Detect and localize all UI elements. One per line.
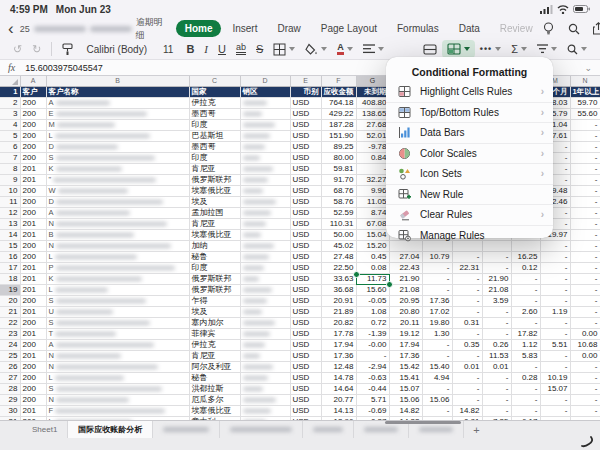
bold-button[interactable]: B <box>181 40 199 58</box>
header-cell[interactable]: 币别 <box>290 87 321 98</box>
cell[interactable]: - <box>482 406 511 417</box>
cell[interactable]: 21.90 <box>389 274 422 285</box>
cell[interactable]: 0.00 <box>570 329 600 340</box>
cell[interactable]: - <box>482 373 511 384</box>
cell[interactable]: 俄罗斯联邦 <box>189 175 240 186</box>
cell[interactable]: - <box>540 274 570 285</box>
cell[interactable]: USD <box>290 219 321 230</box>
cell[interactable]: - <box>540 318 570 329</box>
cell[interactable] <box>240 263 290 274</box>
cell[interactable]: 埃塞俄比亚 <box>189 186 240 197</box>
cell[interactable] <box>240 208 290 219</box>
back-button[interactable]: ‹ <box>8 20 14 38</box>
select-all-corner[interactable] <box>0 76 20 87</box>
cell[interactable]: 21.89 <box>321 307 356 318</box>
cell[interactable]: USD <box>290 373 321 384</box>
cell[interactable]: 200 <box>20 252 46 263</box>
cell[interactable]: 17.94 <box>389 340 422 351</box>
cell[interactable]: S <box>46 296 189 307</box>
row-number[interactable]: 25 <box>0 351 20 362</box>
cell[interactable]: U <box>46 307 189 318</box>
cell[interactable]: A <box>46 98 189 109</box>
cell[interactable]: USD <box>290 153 321 164</box>
cell[interactable]: - <box>570 384 600 395</box>
cell[interactable]: 201 <box>20 329 46 340</box>
menu-item-new-rule[interactable]: New Rule <box>386 184 553 205</box>
cell[interactable]: - <box>540 406 570 417</box>
cell[interactable]: N <box>46 362 189 373</box>
row-number[interactable]: 7 <box>0 153 20 164</box>
sheet-tab-active[interactable]: 国际应收账龄分析 <box>68 421 153 438</box>
cell[interactable]: 0.26 <box>482 340 511 351</box>
cell[interactable]: - <box>570 307 600 318</box>
cell[interactable]: 33.63 <box>321 274 356 285</box>
conditional-formatting-button[interactable] <box>442 40 475 58</box>
cell[interactable]: - <box>422 351 452 362</box>
row-number[interactable]: 8 <box>0 164 20 175</box>
cell[interactable]: -1.39 <box>356 329 389 340</box>
cell[interactable]: USD <box>290 318 321 329</box>
cell[interactable]: - <box>452 274 482 285</box>
cell[interactable] <box>240 329 290 340</box>
cell[interactable] <box>240 109 290 120</box>
cell[interactable]: USD <box>290 142 321 153</box>
cell[interactable]: - <box>570 164 600 175</box>
cell[interactable]: 14.13 <box>321 406 356 417</box>
cell[interactable]: - <box>540 285 570 296</box>
font-size-selector[interactable]: 11 <box>155 44 181 55</box>
font-name-selector[interactable]: Calibri (Body) <box>78 44 155 55</box>
cell[interactable]: 201 <box>20 285 46 296</box>
cell[interactable]: 67.08 <box>356 219 389 230</box>
cell[interactable]: - <box>422 340 452 351</box>
cell[interactable]: L <box>46 285 189 296</box>
cell[interactable]: 27.04 <box>389 252 422 263</box>
cell[interactable]: USD <box>290 384 321 395</box>
cell[interactable]: 11.53 <box>482 351 511 362</box>
cell[interactable]: 巴基斯坦 <box>189 131 240 142</box>
cell[interactable]: 0.00 <box>570 351 600 362</box>
cell[interactable]: - <box>570 241 600 252</box>
cell[interactable]: 12.48 <box>321 362 356 373</box>
cell[interactable]: 19.80 <box>422 318 452 329</box>
cell[interactable]: 21.08 <box>482 285 511 296</box>
column-letter[interactable]: C <box>189 76 240 87</box>
cell[interactable]: USD <box>290 263 321 274</box>
cell[interactable]: 17.94 <box>321 340 356 351</box>
cell[interactable]: 0.84 <box>356 153 389 164</box>
column-letter[interactable]: D <box>240 76 290 87</box>
cell[interactable]: 1.19 <box>540 307 570 318</box>
cell[interactable]: 阿尔及利亚 <box>189 362 240 373</box>
cell[interactable]: - <box>452 252 482 263</box>
header-cell[interactable]: 应收金额 <box>321 87 356 98</box>
cell[interactable]: 17.36 <box>321 351 356 362</box>
cell[interactable]: " <box>46 175 189 186</box>
cell[interactable] <box>240 153 290 164</box>
row-number[interactable]: 24 <box>0 340 20 351</box>
format-painter-icon[interactable] <box>57 40 78 58</box>
cell[interactable]: - <box>511 296 540 307</box>
cell[interactable]: - <box>422 406 452 417</box>
header-cell[interactable]: 1年以上 <box>570 87 600 98</box>
cell[interactable] <box>240 395 290 406</box>
cell[interactable]: -2.94 <box>356 362 389 373</box>
cell[interactable]: 14.82 <box>389 406 422 417</box>
selection-handle[interactable] <box>353 271 360 278</box>
cell[interactable]: 0.01 <box>482 362 511 373</box>
tab-home[interactable]: Home <box>176 20 222 37</box>
cell[interactable]: - <box>452 329 482 340</box>
cell[interactable]: S <box>46 384 189 395</box>
cell[interactable]: - <box>482 263 511 274</box>
cell[interactable]: - <box>452 373 482 384</box>
cell[interactable]: L <box>46 373 189 384</box>
cell[interactable]: - <box>511 318 540 329</box>
cell[interactable]: 厄瓜多尔 <box>189 395 240 406</box>
cell[interactable]: 201 <box>20 164 46 175</box>
cell[interactable]: -0.63 <box>356 373 389 384</box>
cell[interactable]: 17.36 <box>389 351 422 362</box>
cell[interactable]: 200 <box>20 98 46 109</box>
cell[interactable]: -9.78 <box>356 142 389 153</box>
cell[interactable]: P <box>46 263 189 274</box>
row-number[interactable]: 10 <box>0 186 20 197</box>
redo-button[interactable]: ↻ <box>27 40 46 58</box>
cell[interactable]: 50.00 <box>321 230 356 241</box>
